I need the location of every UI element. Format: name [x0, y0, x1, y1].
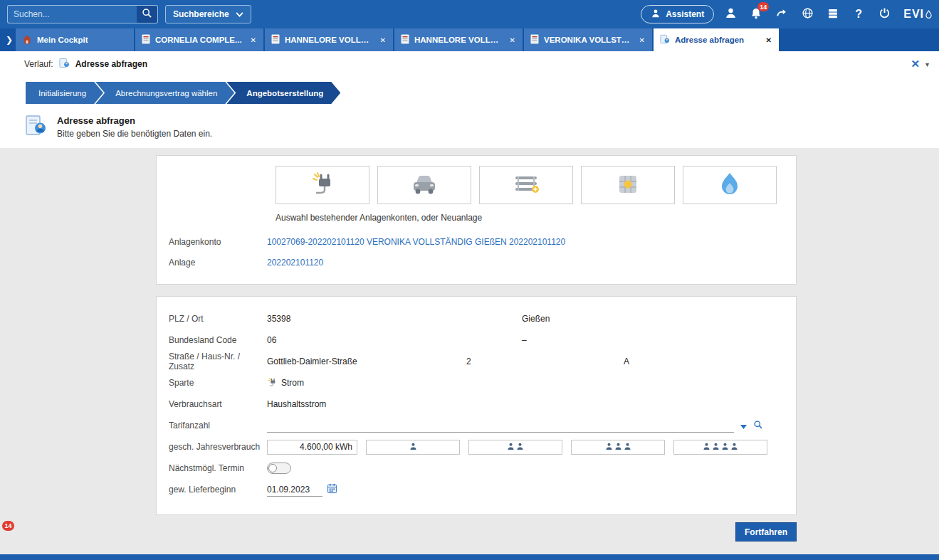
corner-notification-badge[interactable]: 14	[2, 521, 14, 531]
notifications-button[interactable]: 14	[747, 5, 765, 23]
user-button[interactable]	[721, 5, 740, 23]
help-icon: ?	[855, 8, 862, 21]
solar-panel-icon	[612, 170, 644, 201]
termin-label: Nächstmögl. Termin	[157, 463, 267, 473]
electricity-plug-icon	[306, 170, 339, 201]
person-icon	[605, 442, 613, 453]
document-icon	[271, 34, 280, 46]
help-button[interactable]: ?	[849, 5, 868, 23]
termin-toggle[interactable]	[267, 463, 291, 474]
photovoltaic-tile-button[interactable]	[581, 166, 675, 204]
tab-veronika[interactable]: VERONIKA VOLLSTÄ... ✕	[524, 28, 652, 51]
wizard-step-abrechnungsvertrag[interactable]: Abrechnungsvertrag wählen	[95, 82, 234, 104]
strasse-row: Straße / Haus-Nr. / Zusatz Gottlieb-Daim…	[157, 351, 796, 372]
tab-close-icon[interactable]: ✕	[250, 36, 257, 44]
tab-hannelore-2[interactable]: HANNELORE VOLLST... ✕	[394, 28, 523, 51]
user-icon	[725, 7, 737, 21]
address-form-icon	[660, 34, 670, 46]
address-form-icon-large	[24, 114, 47, 139]
wizard-step-initialisierung[interactable]: Initialisierung	[26, 82, 103, 104]
verbrauchsart-value[interactable]: Haushaltsstrom	[267, 399, 326, 409]
redo-arrow-icon	[775, 7, 788, 22]
verbrauchsart-label: Verbrauchsart	[157, 399, 267, 409]
preset-3-persons-button[interactable]	[571, 440, 665, 455]
continue-button[interactable]: Fortfahren	[735, 522, 797, 541]
strasse-label: Straße / Haus-Nr. / Zusatz	[157, 352, 267, 371]
anlagenkonto-row: Anlagenkonto 10027069-202202101120 VERON…	[157, 231, 796, 252]
tabbar: ❯ Mein Cockpit CORNELIA COMPLE... ✕ HANN…	[0, 28, 939, 51]
tab-close-icon[interactable]: ✕	[765, 36, 772, 44]
tab-overflow-chevron[interactable]: ❯	[3, 28, 16, 51]
brand-logo: EVI	[903, 8, 932, 21]
bundesland-row: Bundesland Code 06 –	[157, 329, 796, 351]
tab-close-icon[interactable]: ✕	[379, 36, 387, 44]
document-icon	[530, 34, 539, 46]
search-input[interactable]	[7, 5, 137, 23]
wizard-step-label: Angebotserstellung	[246, 89, 323, 97]
server-button[interactable]	[824, 5, 842, 23]
power-button[interactable]	[875, 5, 893, 23]
tarifanzahl-field[interactable]	[267, 418, 734, 433]
heat-exchanger-icon	[510, 170, 542, 201]
ort-value[interactable]: Gießen	[522, 314, 550, 324]
person-icon	[614, 442, 622, 453]
person-icon	[507, 442, 515, 453]
server-icon	[827, 8, 839, 21]
assistant-button[interactable]: Assistent	[641, 5, 714, 23]
tab-label: CORNELIA COMPLE...	[155, 36, 245, 44]
search-icon	[753, 420, 763, 432]
jahresverbrauch-input[interactable]	[267, 440, 357, 455]
zusatz-value[interactable]: A	[624, 356, 629, 366]
preset-2-persons-button[interactable]	[468, 440, 562, 455]
search-button[interactable]	[137, 5, 158, 23]
history-row: Verlauf: Adresse abfragen ✕ ▾	[0, 51, 939, 77]
heating-tile-button[interactable]	[479, 166, 573, 204]
tab-adresse-abfragen[interactable]: Adresse abfragen ✕	[654, 28, 779, 51]
strasse-value[interactable]: Gottlieb-Daimler-Straße	[267, 356, 466, 366]
anlagenkonto-link[interactable]: 10027069-202202101120 VERONIKA VOLLSTÄND…	[267, 237, 565, 247]
person-icon	[730, 442, 738, 453]
wizard-step-angebotserstellung[interactable]: Angebotserstellung	[226, 82, 340, 104]
wizard-steps: Initialisierung Abrechnungsvertrag wähle…	[0, 77, 939, 105]
content-area: Auswahl bestehender Anlagenkonten, oder …	[0, 148, 939, 554]
chevron-down-icon[interactable]: ▾	[925, 60, 929, 68]
tab-close-icon[interactable]: ✕	[509, 36, 516, 44]
tarifanzahl-dropdown-button[interactable]	[740, 421, 747, 431]
anlage-link[interactable]: 202202101120	[267, 258, 323, 268]
lieferbeginn-value: 01.09.2023	[267, 485, 310, 495]
gas-flame-icon	[713, 170, 746, 201]
tab-cornelia[interactable]: CORNELIA COMPLE... ✕	[135, 28, 263, 51]
emobility-tile-button[interactable]	[377, 166, 471, 204]
electricity-tile-button[interactable]	[276, 166, 369, 204]
plz-value[interactable]: 35398	[267, 314, 522, 324]
document-icon	[142, 34, 150, 46]
sparte-label: Sparte	[157, 378, 267, 388]
tab-label: HANNELORE VOLLST...	[414, 36, 504, 44]
lieferbeginn-field[interactable]: 01.09.2023	[267, 482, 322, 497]
tab-close-icon[interactable]: ✕	[639, 36, 646, 44]
page-head: Adresse abfragen Bitte geben Sie die ben…	[0, 105, 939, 148]
preset-1-person-button[interactable]	[366, 440, 460, 455]
hausnr-value[interactable]: 2	[466, 356, 624, 366]
sparte-value[interactable]: Strom	[281, 378, 304, 388]
car-icon	[408, 170, 441, 201]
bundesland-extra-value[interactable]: –	[522, 335, 527, 345]
calendar-button[interactable]	[327, 483, 337, 496]
history-item[interactable]: Adresse abfragen	[75, 59, 147, 69]
sparte-row: Sparte Strom	[157, 372, 796, 393]
bundesland-code-value[interactable]: 06	[267, 335, 522, 345]
globe-button[interactable]	[798, 5, 817, 23]
search-scope-button[interactable]: Suchbereiche	[165, 5, 251, 23]
calendar-icon	[327, 483, 337, 496]
close-workflow-icon[interactable]: ✕	[911, 58, 920, 70]
gas-tile-button[interactable]	[683, 166, 777, 204]
tab-mein-cockpit[interactable]: Mein Cockpit	[16, 28, 134, 51]
person-icon	[703, 442, 710, 453]
person-icon	[409, 442, 417, 453]
preset-4-persons-button[interactable]	[673, 440, 767, 455]
account-card: Auswahl bestehender Anlagenkonten, oder …	[156, 155, 797, 285]
tarifanzahl-search-button[interactable]	[753, 420, 763, 432]
tab-hannelore-1[interactable]: HANNELORE VOLLST... ✕	[265, 28, 393, 51]
plz-ort-row: PLZ / Ort 35398 Gießen	[157, 308, 796, 329]
redo-button[interactable]	[772, 5, 791, 23]
